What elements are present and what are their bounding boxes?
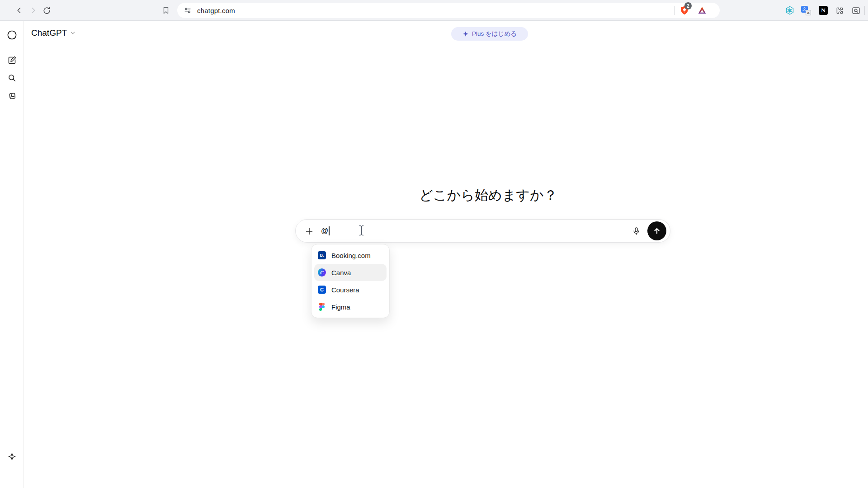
mouse-ibeam-cursor — [359, 225, 364, 238]
dictate-mic-icon[interactable] — [631, 225, 642, 236]
coursera-icon: C — [318, 286, 326, 294]
menu-item-coursera[interactable]: C Coursera — [314, 281, 387, 298]
upgrade-plus-button[interactable]: Plus をはじめる — [451, 27, 528, 41]
composer-input[interactable]: @ — [321, 220, 330, 242]
site-settings-icon[interactable] — [184, 6, 192, 14]
sparkle-icon[interactable] — [6, 451, 17, 462]
library-icon[interactable] — [6, 90, 17, 101]
send-button[interactable] — [647, 221, 666, 240]
plus-sparkle-icon — [462, 31, 469, 37]
brave-rewards-icon[interactable] — [697, 5, 707, 15]
send-arrow-icon — [652, 226, 662, 236]
menu-item-booking[interactable]: B. Booking.com — [314, 247, 387, 264]
attach-plus-icon[interactable] — [304, 226, 315, 237]
upgrade-plus-label: Plus をはじめる — [472, 30, 517, 38]
composer-value: @ — [321, 227, 328, 235]
ext-translate-icon[interactable]: 文 A — [801, 5, 811, 15]
booking-icon: B. — [318, 251, 326, 259]
ext-snowflake-icon[interactable] — [785, 5, 795, 15]
url-bar[interactable]: chatgpt.com — [177, 3, 720, 18]
chatgpt-sidebar: O — [0, 21, 24, 488]
toolbar-end-separator — [864, 6, 865, 15]
translate-secondary-glyph: A — [806, 10, 811, 15]
shields-badge: 2 — [684, 2, 692, 9]
bookmark-icon[interactable] — [160, 5, 171, 16]
text-caret — [329, 226, 330, 235]
extensions-puzzle-icon[interactable] — [835, 5, 844, 15]
new-chat-icon[interactable] — [6, 55, 17, 66]
ext-notion-icon[interactable]: N — [818, 5, 828, 15]
model-switcher[interactable]: ChatGPT — [31, 28, 76, 38]
back-icon[interactable] — [14, 5, 25, 16]
url-text[interactable]: chatgpt.com — [197, 7, 235, 14]
menu-item-figma[interactable]: Figma — [314, 298, 387, 315]
figma-icon — [318, 303, 326, 311]
reload-icon[interactable] — [41, 5, 52, 16]
page-title: どこから始めますか？ — [419, 186, 557, 205]
mention-menu: B. Booking.com C Canva C Coursera Figma — [311, 244, 390, 318]
search-icon[interactable] — [6, 72, 17, 83]
sidebar-search-icon[interactable] — [851, 5, 861, 15]
prompt-composer[interactable]: @ — [295, 219, 670, 243]
browser-window: chatgpt.com 2 — [0, 0, 868, 488]
menu-item-canva[interactable]: C Canva — [314, 264, 387, 281]
forward-icon[interactable] — [28, 5, 38, 16]
browser-toolbar: chatgpt.com 2 — [0, 0, 868, 21]
chevron-down-icon — [70, 30, 76, 36]
openai-logo-icon[interactable] — [6, 29, 17, 40]
app-title-label: ChatGPT — [31, 28, 67, 38]
canva-icon: C — [318, 268, 326, 277]
urlbar-separator — [675, 6, 675, 15]
